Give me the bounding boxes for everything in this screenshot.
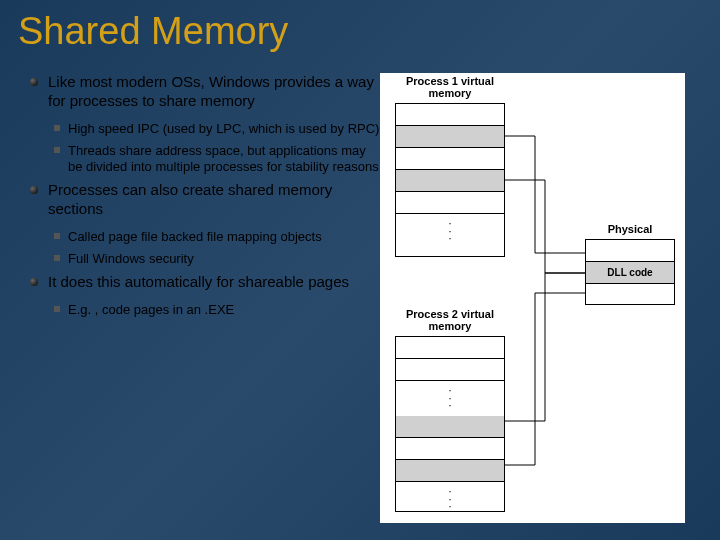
bullet-level2: Threads share address space, but applica… xyxy=(54,143,380,176)
memory-cell xyxy=(396,359,504,381)
vertical-dots-icon: ··· xyxy=(396,214,504,249)
memory-cell xyxy=(396,104,504,126)
bullet-dot-icon xyxy=(30,186,38,194)
bullet-text: E.g. , code pages in an .EXE xyxy=(68,302,234,318)
bullet-level2: E.g. , code pages in an .EXE xyxy=(54,302,380,318)
bullet-level1: It does this automatically for shareable… xyxy=(30,273,380,292)
bullet-square-icon xyxy=(54,233,60,239)
bullet-dot-icon xyxy=(30,278,38,286)
bullet-level1: Like most modern OSs, Windows provides a… xyxy=(30,73,380,111)
text-column: Like most modern OSs, Windows provides a… xyxy=(30,73,380,523)
process2-memory: ··· ··· xyxy=(395,336,505,512)
process1-memory: ··· xyxy=(395,103,505,257)
memory-cell xyxy=(396,438,504,460)
memory-cell xyxy=(396,249,504,271)
bullet-text: Processes can also create shared memory … xyxy=(48,181,380,219)
bullet-level2: Called page file backed file mapping obj… xyxy=(54,229,380,245)
bullet-square-icon xyxy=(54,125,60,131)
bullet-square-icon xyxy=(54,147,60,153)
memory-cell xyxy=(396,517,504,539)
memory-cell-shared xyxy=(396,460,504,482)
vertical-dots-icon: ··· xyxy=(396,381,504,416)
memory-cell xyxy=(586,284,674,306)
slide-content: Like most modern OSs, Windows provides a… xyxy=(0,53,720,523)
memory-cell-shared xyxy=(396,416,504,438)
bullet-dot-icon xyxy=(30,78,38,86)
bullet-text: Threads share address space, but applica… xyxy=(68,143,380,176)
slide-title: Shared Memory xyxy=(0,0,720,53)
memory-cell xyxy=(586,240,674,262)
memory-cell-shared xyxy=(396,126,504,148)
diagram-column: Process 1 virtual memory ··· Process 2 v… xyxy=(380,73,690,523)
memory-cell xyxy=(396,337,504,359)
physical-memory: DLL code xyxy=(585,239,675,305)
vertical-dots-icon: ··· xyxy=(396,482,504,517)
dll-code-cell: DLL code xyxy=(586,262,674,284)
bullet-text: Full Windows security xyxy=(68,251,194,267)
memory-cell xyxy=(396,192,504,214)
memory-cell xyxy=(396,148,504,170)
bullet-level1: Processes can also create shared memory … xyxy=(30,181,380,219)
memory-diagram: Process 1 virtual memory ··· Process 2 v… xyxy=(380,73,685,523)
bullet-square-icon xyxy=(54,255,60,261)
bullet-text: Called page file backed file mapping obj… xyxy=(68,229,322,245)
bullet-text: Like most modern OSs, Windows provides a… xyxy=(48,73,380,111)
bullet-text: It does this automatically for shareable… xyxy=(48,273,349,292)
bullet-text: High speed IPC (used by LPC, which is us… xyxy=(68,121,379,137)
bullet-square-icon xyxy=(54,306,60,312)
process1-label: Process 1 virtual memory xyxy=(395,75,505,99)
bullet-level2: Full Windows security xyxy=(54,251,380,267)
process2-label: Process 2 virtual memory xyxy=(395,308,505,332)
memory-cell-shared xyxy=(396,170,504,192)
bullet-level2: High speed IPC (used by LPC, which is us… xyxy=(54,121,380,137)
